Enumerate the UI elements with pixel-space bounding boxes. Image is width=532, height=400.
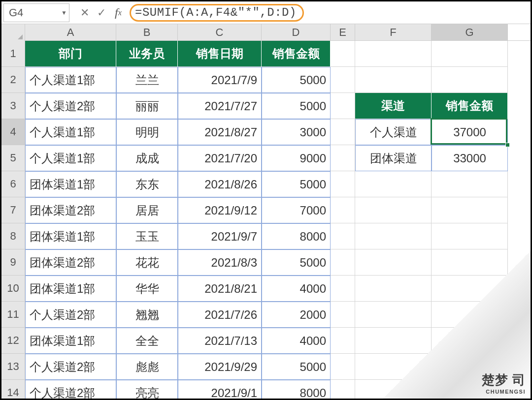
cell-F4[interactable]: 个人渠道 xyxy=(355,119,432,145)
cell-C13[interactable]: 2021/9/29 xyxy=(178,354,262,380)
row-header-8[interactable]: 8 xyxy=(1,223,25,249)
cell-F9[interactable] xyxy=(355,249,432,276)
column-header-F[interactable]: F xyxy=(355,24,432,40)
cell-C1[interactable]: 销售日期 xyxy=(178,41,262,67)
fill-handle[interactable] xyxy=(505,143,510,147)
cell-C3[interactable]: 2021/7/27 xyxy=(178,93,262,119)
row-header-14[interactable]: 14 xyxy=(1,380,25,400)
cell-E13[interactable] xyxy=(331,354,355,380)
row-header-6[interactable]: 6 xyxy=(1,171,25,197)
cell-F3[interactable]: 渠道 xyxy=(355,93,432,119)
row-header-3[interactable]: 3 xyxy=(1,93,25,119)
formula-input[interactable]: =SUMIF(A:A,F4&"*",D:D) xyxy=(127,2,529,23)
cell-G1[interactable] xyxy=(432,41,508,67)
cell-B10[interactable]: 华华 xyxy=(116,276,178,302)
cell-E5[interactable] xyxy=(331,145,355,171)
cell-G3[interactable]: 销售金额 xyxy=(432,93,508,119)
cell-F5[interactable]: 团体渠道 xyxy=(355,145,432,171)
select-all-corner[interactable] xyxy=(1,24,25,41)
row-header-11[interactable]: 11 xyxy=(1,302,25,328)
cell-A4[interactable]: 个人渠道1部 xyxy=(25,119,116,145)
cell-E9[interactable] xyxy=(331,249,355,276)
cell-B4[interactable]: 明明 xyxy=(116,119,178,145)
cell-A8[interactable]: 团体渠道1部 xyxy=(25,223,116,249)
cell-D3[interactable]: 5000 xyxy=(262,93,331,119)
column-header-B[interactable]: B xyxy=(116,24,178,40)
cell-C4[interactable]: 2021/8/27 xyxy=(178,119,262,145)
cell-A3[interactable]: 个人渠道2部 xyxy=(25,93,116,119)
row-header-2[interactable]: 2 xyxy=(1,67,25,93)
chevron-down-icon[interactable]: ▼ xyxy=(61,9,67,16)
cell-G9[interactable] xyxy=(432,249,508,276)
row-header-12[interactable]: 12 xyxy=(1,328,25,354)
cell-B2[interactable]: 兰兰 xyxy=(116,67,178,93)
cell-F11[interactable] xyxy=(355,302,432,328)
cell-D7[interactable]: 7000 xyxy=(262,197,331,223)
cell-B9[interactable]: 花花 xyxy=(116,249,178,276)
cell-D2[interactable]: 5000 xyxy=(262,67,331,93)
cell-A11[interactable]: 个人渠道2部 xyxy=(25,302,116,328)
cell-G12[interactable] xyxy=(432,328,508,354)
cell-C12[interactable]: 2021/7/13 xyxy=(178,328,262,354)
cell-B3[interactable]: 丽丽 xyxy=(116,93,178,119)
cell-G2[interactable] xyxy=(432,67,508,93)
cell-D13[interactable]: 5000 xyxy=(262,354,331,380)
cell-C5[interactable]: 2021/7/20 xyxy=(178,145,262,171)
cell-E2[interactable] xyxy=(331,67,355,93)
cell-A7[interactable]: 团体渠道2部 xyxy=(25,197,116,223)
row-header-1[interactable]: 1 xyxy=(1,41,25,67)
cell-F7[interactable] xyxy=(355,197,432,223)
column-header-D[interactable]: D xyxy=(262,24,331,40)
column-header-A[interactable]: A xyxy=(25,24,116,40)
cell-G4[interactable]: 37000 xyxy=(432,119,508,145)
cell-F12[interactable] xyxy=(355,328,432,354)
cell-A1[interactable]: 部门 xyxy=(25,41,116,67)
cell-A12[interactable]: 团体渠道1部 xyxy=(25,328,116,354)
cell-B14[interactable]: 亮亮 xyxy=(116,380,178,400)
cell-F14[interactable] xyxy=(355,380,432,400)
cell-G6[interactable] xyxy=(432,171,508,197)
cell-D1[interactable]: 销售金额 xyxy=(262,41,331,67)
cells-area[interactable]: 部门业务员销售日期销售金额个人渠道1部兰兰2021/7/95000个人渠道2部丽… xyxy=(25,41,531,400)
cancel-icon[interactable]: ✕ xyxy=(76,3,93,22)
cell-F1[interactable] xyxy=(355,41,432,67)
cell-E6[interactable] xyxy=(331,171,355,197)
cell-F8[interactable] xyxy=(355,223,432,249)
cell-A2[interactable]: 个人渠道1部 xyxy=(25,67,116,93)
cell-A14[interactable]: 个人渠道2部 xyxy=(25,380,116,400)
cell-B1[interactable]: 业务员 xyxy=(116,41,178,67)
cell-A10[interactable]: 团体渠道1部 xyxy=(25,276,116,302)
cell-E8[interactable] xyxy=(331,223,355,249)
cell-C8[interactable]: 2021/9/7 xyxy=(178,223,262,249)
cell-A13[interactable]: 个人渠道2部 xyxy=(25,354,116,380)
enter-icon[interactable]: ✓ xyxy=(93,3,110,22)
row-header-7[interactable]: 7 xyxy=(1,197,25,223)
cell-F2[interactable] xyxy=(355,67,432,93)
cell-B13[interactable]: 彪彪 xyxy=(116,354,178,380)
cell-A9[interactable]: 团体渠道2部 xyxy=(25,249,116,276)
cell-E4[interactable] xyxy=(331,119,355,145)
cell-C10[interactable]: 2021/8/21 xyxy=(178,276,262,302)
cell-C6[interactable]: 2021/8/26 xyxy=(178,171,262,197)
cell-E12[interactable] xyxy=(331,328,355,354)
cell-B6[interactable]: 东东 xyxy=(116,171,178,197)
row-header-9[interactable]: 9 xyxy=(1,249,25,276)
cell-C14[interactable]: 2021/9/1 xyxy=(178,380,262,400)
row-header-5[interactable]: 5 xyxy=(1,145,25,171)
cell-G10[interactable] xyxy=(432,276,508,302)
cell-G14[interactable] xyxy=(432,380,508,400)
cell-C9[interactable]: 2021/8/3 xyxy=(178,249,262,276)
cell-G11[interactable] xyxy=(432,302,508,328)
cell-D6[interactable]: 5000 xyxy=(262,171,331,197)
cell-C2[interactable]: 2021/7/9 xyxy=(178,67,262,93)
cell-F13[interactable] xyxy=(355,354,432,380)
row-header-13[interactable]: 13 xyxy=(1,354,25,380)
cell-E3[interactable] xyxy=(331,93,355,119)
cell-E11[interactable] xyxy=(331,302,355,328)
column-header-E[interactable]: E xyxy=(331,24,355,40)
cell-D9[interactable]: 5000 xyxy=(262,249,331,276)
cell-F10[interactable] xyxy=(355,276,432,302)
cell-G7[interactable] xyxy=(432,197,508,223)
cell-E1[interactable] xyxy=(331,41,355,67)
cell-B11[interactable]: 翘翘 xyxy=(116,302,178,328)
